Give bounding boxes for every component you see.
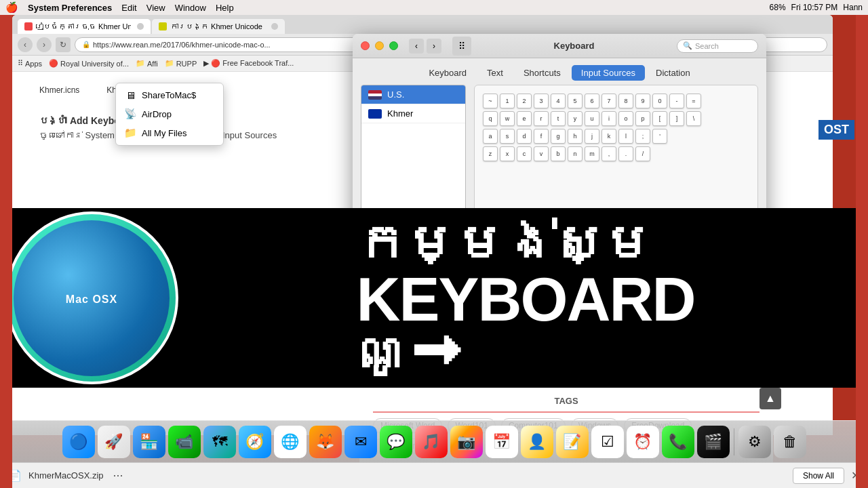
key-slash: / — [635, 146, 650, 161]
window-back-button[interactable]: ‹ — [409, 39, 424, 54]
download-bar: 📄 KhmerMacOSX.zip ··· Show All ✕ — [0, 462, 868, 488]
dock-imovie[interactable]: 🎬 — [697, 426, 730, 458]
menu-system-preferences[interactable]: System Preferences — [28, 3, 112, 13]
dock: 🔵 🚀 🏪 📹 🗺 🧭 🌐 🦊 ✉ 💬 🎵 📷 📅 👤 📝 ☑ ⏰ 📞 🎬 ⚙ … — [0, 420, 868, 462]
browser-tab-1[interactable]: រៀបចំក្តារចុច Khmer Unicode... — [18, 19, 151, 34]
window-nav-buttons: ‹ › — [409, 39, 441, 54]
key-equals: = — [686, 94, 701, 108]
key-5: 5 — [568, 94, 583, 108]
source-khmer[interactable]: Khmer — [361, 104, 465, 123]
menu-window[interactable]: Window — [175, 3, 206, 13]
key-minus: - — [669, 94, 684, 108]
dock-notes[interactable]: 📝 — [556, 426, 589, 458]
key-m: m — [585, 146, 599, 161]
overlay-keyboard-text: KEYBOARD — [356, 269, 694, 330]
tab-dictation[interactable]: Dictation — [646, 65, 700, 81]
dock-chrome[interactable]: 🌐 — [274, 426, 307, 458]
dock-trash[interactable]: 🗑 — [774, 426, 806, 458]
key-9: 9 — [635, 94, 650, 108]
window-maximize-button[interactable] — [389, 41, 398, 50]
dock-appstore[interactable]: 🏪 — [133, 426, 165, 458]
key-semicolon: ; — [635, 129, 650, 144]
tab-2-label: ការបង្ក Khmer Unicode ស្ម... — [170, 22, 265, 30]
key-j: j — [585, 129, 599, 144]
sharetomac-icon: 🖥 — [124, 89, 136, 101]
scroll-up-button[interactable]: ▲ — [760, 388, 781, 409]
key-q: q — [483, 111, 498, 126]
us-flag-icon — [368, 90, 382, 100]
tab-text[interactable]: Text — [477, 65, 513, 81]
mac-logo-badge: Mac OSX — [0, 208, 183, 388]
keyboard-search-box[interactable]: 🔍 Search — [677, 39, 758, 53]
key-6: 6 — [585, 94, 599, 108]
dock-photos[interactable]: 📷 — [450, 426, 483, 458]
key-u: u — [585, 111, 599, 126]
finder-item-sharetomac[interactable]: 🖥 ShareToMac$ — [116, 86, 223, 104]
dock-contacts[interactable]: 👤 — [521, 426, 553, 458]
bookmark-royal-univ[interactable]: 🔴Royal University of... — [49, 59, 129, 68]
keyboard-tab-bar: Keyboard Text Shortcuts Input Sources Di… — [353, 58, 766, 85]
search-icon: 🔍 — [683, 41, 692, 50]
dock-calendar[interactable]: 📅 — [486, 426, 518, 458]
menu-help[interactable]: Help — [216, 3, 234, 13]
dock-phone[interactable]: 📞 — [662, 426, 694, 458]
tab-1-close[interactable] — [137, 23, 144, 30]
tab-2-close[interactable] — [271, 23, 278, 30]
dock-maps[interactable]: 🗺 — [203, 426, 236, 458]
forward-button[interactable]: › — [37, 37, 52, 52]
dock-safari[interactable]: 🧭 — [239, 426, 271, 458]
refresh-button[interactable]: ↻ — [56, 37, 71, 52]
menu-edit[interactable]: Edit — [121, 3, 136, 13]
dock-finder[interactable]: 🔵 — [62, 426, 95, 458]
dock-messages[interactable]: 💬 — [380, 426, 412, 458]
key-7: 7 — [601, 94, 616, 108]
left-border — [0, 15, 12, 488]
dock-mail[interactable]: ✉ — [344, 426, 377, 458]
dock-music[interactable]: 🎵 — [415, 426, 448, 458]
menubar: 🍎 System Preferences Edit View Window He… — [0, 0, 868, 15]
keyboard-layout-preview: ~ 1 2 3 4 5 6 7 8 9 0 - = q w — [474, 85, 758, 220]
source-us[interactable]: U.S. — [361, 85, 465, 104]
window-grid-button[interactable]: ⠿ — [452, 37, 471, 56]
show-all-button[interactable]: Show All — [793, 468, 844, 484]
finder-item-airdrop[interactable]: 📡 AirDrop — [116, 104, 223, 123]
dock-firefox[interactable]: 🦊 — [309, 426, 342, 458]
key-3: 3 — [534, 94, 549, 108]
apple-menu-icon[interactable]: 🍎 — [5, 1, 18, 14]
tab-keyboard[interactable]: Keyboard — [419, 65, 476, 81]
bookmark-affi[interactable]: 📁Affi — [136, 59, 158, 68]
tab-shortcuts[interactable]: Shortcuts — [514, 65, 570, 81]
key-z: z — [483, 146, 498, 161]
key-x: x — [500, 146, 515, 161]
window-minimize-button[interactable] — [375, 41, 384, 50]
tab-input-sources[interactable]: Input Sources — [572, 65, 645, 81]
dock-clock[interactable]: ⏰ — [627, 426, 659, 458]
key-h: h — [568, 129, 583, 144]
key-l: l — [618, 129, 633, 144]
bookmark-apps[interactable]: ⠿Apps — [18, 59, 42, 68]
dock-reminders[interactable]: ☑ — [591, 426, 624, 458]
key-f: f — [534, 129, 549, 144]
key-c: c — [517, 146, 532, 161]
key-p: p — [635, 111, 650, 126]
sharetomac-label: ShareToMac$ — [142, 90, 196, 100]
dock-divider — [734, 428, 734, 455]
window-close-button[interactable] — [361, 41, 370, 50]
kb-row-4: z x c v b n m , . / — [483, 146, 749, 161]
input-sources-pane: U.S. Khmer ~ 1 2 3 4 5 6 7 8 — [361, 85, 758, 220]
window-forward-button[interactable]: › — [427, 39, 441, 54]
back-button[interactable]: ‹ — [18, 37, 33, 52]
dock-facetime[interactable]: 📹 — [168, 426, 201, 458]
download-more-button[interactable]: ··· — [111, 468, 126, 483]
key-k: k — [601, 129, 616, 144]
menu-view[interactable]: View — [146, 3, 165, 13]
key-period: . — [618, 146, 633, 161]
bookmark-rupp[interactable]: 📁RUPP — [165, 59, 197, 68]
browser-tab-2[interactable]: ការបង្ក Khmer Unicode ស្ម... — [152, 19, 285, 34]
bookmark-facebook[interactable]: ▶🔴 Free Facebook Traf... — [203, 59, 294, 68]
dock-preferences[interactable]: ⚙ — [738, 426, 771, 458]
download-filename: KhmerMacOSX.zip — [28, 470, 104, 481]
finder-item-all-my-files[interactable]: 📁 All My Files — [116, 123, 223, 142]
key-backslash: \ — [686, 111, 701, 126]
dock-launchpad[interactable]: 🚀 — [98, 426, 130, 458]
